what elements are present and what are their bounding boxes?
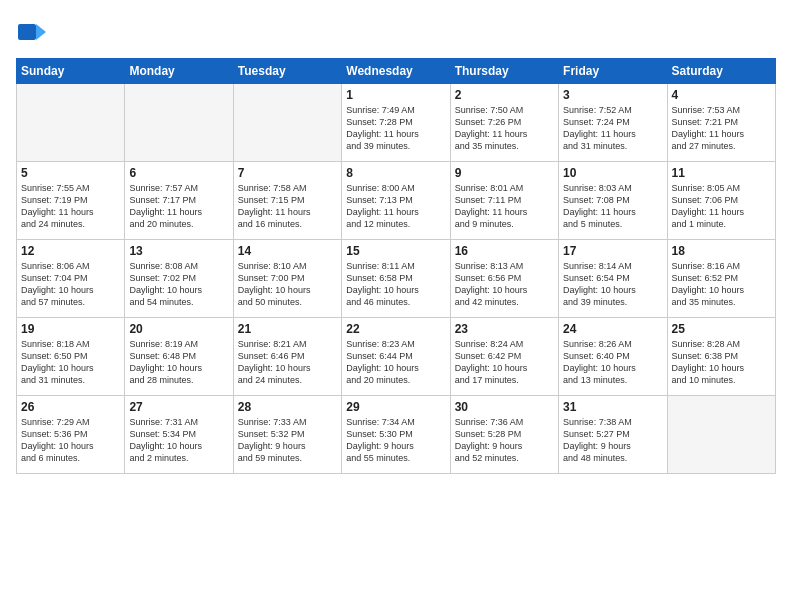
day-cell: 15Sunrise: 8:11 AM Sunset: 6:58 PM Dayli… — [342, 240, 450, 318]
day-info: Sunrise: 8:28 AM Sunset: 6:38 PM Dayligh… — [672, 338, 771, 387]
day-number: 15 — [346, 244, 445, 258]
day-cell: 27Sunrise: 7:31 AM Sunset: 5:34 PM Dayli… — [125, 396, 233, 474]
day-number: 31 — [563, 400, 662, 414]
svg-marker-1 — [36, 24, 46, 40]
day-cell: 23Sunrise: 8:24 AM Sunset: 6:42 PM Dayli… — [450, 318, 558, 396]
day-number: 16 — [455, 244, 554, 258]
weekday-header-wednesday: Wednesday — [342, 59, 450, 84]
day-info: Sunrise: 8:05 AM Sunset: 7:06 PM Dayligh… — [672, 182, 771, 231]
day-cell: 24Sunrise: 8:26 AM Sunset: 6:40 PM Dayli… — [559, 318, 667, 396]
day-number: 8 — [346, 166, 445, 180]
day-cell: 11Sunrise: 8:05 AM Sunset: 7:06 PM Dayli… — [667, 162, 775, 240]
day-number: 28 — [238, 400, 337, 414]
day-info: Sunrise: 7:29 AM Sunset: 5:36 PM Dayligh… — [21, 416, 120, 465]
day-info: Sunrise: 7:55 AM Sunset: 7:19 PM Dayligh… — [21, 182, 120, 231]
page: SundayMondayTuesdayWednesdayThursdayFrid… — [0, 0, 792, 612]
weekday-header-thursday: Thursday — [450, 59, 558, 84]
day-info: Sunrise: 8:14 AM Sunset: 6:54 PM Dayligh… — [563, 260, 662, 309]
day-cell — [233, 84, 341, 162]
day-number: 25 — [672, 322, 771, 336]
day-info: Sunrise: 8:00 AM Sunset: 7:13 PM Dayligh… — [346, 182, 445, 231]
day-number: 7 — [238, 166, 337, 180]
day-info: Sunrise: 7:57 AM Sunset: 7:17 PM Dayligh… — [129, 182, 228, 231]
calendar: SundayMondayTuesdayWednesdayThursdayFrid… — [16, 58, 776, 474]
week-row-3: 19Sunrise: 8:18 AM Sunset: 6:50 PM Dayli… — [17, 318, 776, 396]
day-cell: 19Sunrise: 8:18 AM Sunset: 6:50 PM Dayli… — [17, 318, 125, 396]
day-cell: 20Sunrise: 8:19 AM Sunset: 6:48 PM Dayli… — [125, 318, 233, 396]
day-number: 5 — [21, 166, 120, 180]
logo — [16, 16, 50, 48]
day-cell: 16Sunrise: 8:13 AM Sunset: 6:56 PM Dayli… — [450, 240, 558, 318]
day-cell: 10Sunrise: 8:03 AM Sunset: 7:08 PM Dayli… — [559, 162, 667, 240]
day-info: Sunrise: 8:01 AM Sunset: 7:11 PM Dayligh… — [455, 182, 554, 231]
svg-rect-0 — [18, 24, 36, 40]
day-number: 19 — [21, 322, 120, 336]
day-cell: 14Sunrise: 8:10 AM Sunset: 7:00 PM Dayli… — [233, 240, 341, 318]
week-row-0: 1Sunrise: 7:49 AM Sunset: 7:28 PM Daylig… — [17, 84, 776, 162]
day-number: 9 — [455, 166, 554, 180]
day-number: 11 — [672, 166, 771, 180]
day-info: Sunrise: 8:16 AM Sunset: 6:52 PM Dayligh… — [672, 260, 771, 309]
day-number: 1 — [346, 88, 445, 102]
day-cell: 13Sunrise: 8:08 AM Sunset: 7:02 PM Dayli… — [125, 240, 233, 318]
day-info: Sunrise: 8:11 AM Sunset: 6:58 PM Dayligh… — [346, 260, 445, 309]
week-row-2: 12Sunrise: 8:06 AM Sunset: 7:04 PM Dayli… — [17, 240, 776, 318]
day-number: 13 — [129, 244, 228, 258]
day-cell: 9Sunrise: 8:01 AM Sunset: 7:11 PM Daylig… — [450, 162, 558, 240]
day-info: Sunrise: 7:31 AM Sunset: 5:34 PM Dayligh… — [129, 416, 228, 465]
day-info: Sunrise: 8:06 AM Sunset: 7:04 PM Dayligh… — [21, 260, 120, 309]
day-cell: 30Sunrise: 7:36 AM Sunset: 5:28 PM Dayli… — [450, 396, 558, 474]
day-number: 17 — [563, 244, 662, 258]
day-info: Sunrise: 7:34 AM Sunset: 5:30 PM Dayligh… — [346, 416, 445, 465]
day-cell: 22Sunrise: 8:23 AM Sunset: 6:44 PM Dayli… — [342, 318, 450, 396]
day-number: 18 — [672, 244, 771, 258]
day-cell: 1Sunrise: 7:49 AM Sunset: 7:28 PM Daylig… — [342, 84, 450, 162]
day-cell: 5Sunrise: 7:55 AM Sunset: 7:19 PM Daylig… — [17, 162, 125, 240]
day-number: 4 — [672, 88, 771, 102]
day-cell: 18Sunrise: 8:16 AM Sunset: 6:52 PM Dayli… — [667, 240, 775, 318]
day-cell — [667, 396, 775, 474]
day-cell — [125, 84, 233, 162]
day-info: Sunrise: 7:49 AM Sunset: 7:28 PM Dayligh… — [346, 104, 445, 153]
day-number: 26 — [21, 400, 120, 414]
weekday-header-row: SundayMondayTuesdayWednesdayThursdayFrid… — [17, 59, 776, 84]
day-number: 21 — [238, 322, 337, 336]
weekday-header-sunday: Sunday — [17, 59, 125, 84]
day-number: 14 — [238, 244, 337, 258]
day-cell: 4Sunrise: 7:53 AM Sunset: 7:21 PM Daylig… — [667, 84, 775, 162]
day-number: 22 — [346, 322, 445, 336]
day-cell: 12Sunrise: 8:06 AM Sunset: 7:04 PM Dayli… — [17, 240, 125, 318]
day-cell: 31Sunrise: 7:38 AM Sunset: 5:27 PM Dayli… — [559, 396, 667, 474]
day-cell — [17, 84, 125, 162]
day-info: Sunrise: 8:23 AM Sunset: 6:44 PM Dayligh… — [346, 338, 445, 387]
day-info: Sunrise: 8:26 AM Sunset: 6:40 PM Dayligh… — [563, 338, 662, 387]
day-cell: 6Sunrise: 7:57 AM Sunset: 7:17 PM Daylig… — [125, 162, 233, 240]
day-info: Sunrise: 8:10 AM Sunset: 7:00 PM Dayligh… — [238, 260, 337, 309]
weekday-header-tuesday: Tuesday — [233, 59, 341, 84]
day-number: 3 — [563, 88, 662, 102]
day-info: Sunrise: 7:50 AM Sunset: 7:26 PM Dayligh… — [455, 104, 554, 153]
day-info: Sunrise: 7:58 AM Sunset: 7:15 PM Dayligh… — [238, 182, 337, 231]
day-number: 2 — [455, 88, 554, 102]
day-number: 29 — [346, 400, 445, 414]
day-number: 23 — [455, 322, 554, 336]
day-cell: 17Sunrise: 8:14 AM Sunset: 6:54 PM Dayli… — [559, 240, 667, 318]
weekday-header-monday: Monday — [125, 59, 233, 84]
day-info: Sunrise: 8:03 AM Sunset: 7:08 PM Dayligh… — [563, 182, 662, 231]
day-info: Sunrise: 8:08 AM Sunset: 7:02 PM Dayligh… — [129, 260, 228, 309]
day-info: Sunrise: 7:36 AM Sunset: 5:28 PM Dayligh… — [455, 416, 554, 465]
day-number: 30 — [455, 400, 554, 414]
day-info: Sunrise: 7:53 AM Sunset: 7:21 PM Dayligh… — [672, 104, 771, 153]
day-number: 6 — [129, 166, 228, 180]
day-cell: 29Sunrise: 7:34 AM Sunset: 5:30 PM Dayli… — [342, 396, 450, 474]
day-cell: 21Sunrise: 8:21 AM Sunset: 6:46 PM Dayli… — [233, 318, 341, 396]
day-cell: 2Sunrise: 7:50 AM Sunset: 7:26 PM Daylig… — [450, 84, 558, 162]
header — [16, 16, 776, 48]
logo-icon — [16, 16, 48, 48]
week-row-4: 26Sunrise: 7:29 AM Sunset: 5:36 PM Dayli… — [17, 396, 776, 474]
day-cell: 7Sunrise: 7:58 AM Sunset: 7:15 PM Daylig… — [233, 162, 341, 240]
day-info: Sunrise: 8:18 AM Sunset: 6:50 PM Dayligh… — [21, 338, 120, 387]
day-number: 27 — [129, 400, 228, 414]
day-cell: 3Sunrise: 7:52 AM Sunset: 7:24 PM Daylig… — [559, 84, 667, 162]
day-info: Sunrise: 8:24 AM Sunset: 6:42 PM Dayligh… — [455, 338, 554, 387]
